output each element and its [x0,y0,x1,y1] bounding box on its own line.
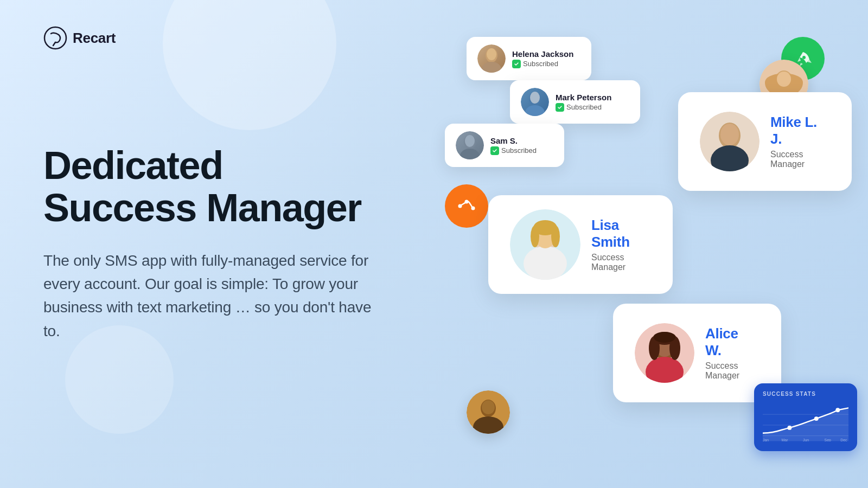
svg-point-45 [787,426,792,430]
mark-name: Mark Peterson [556,93,611,102]
avatar-helena [477,44,506,73]
svg-text:Jan: Jan [763,438,769,441]
svg-point-29 [551,226,560,247]
mike-name: Mike L. J. [770,114,828,147]
svg-point-4 [487,48,496,60]
stats-chart: Jan Mar Jun Sep Dec [763,403,848,441]
svg-point-10 [465,135,475,147]
bg-decor-1 [163,0,336,130]
svg-point-47 [835,408,840,412]
recart-logo-icon [43,26,67,50]
alice-title: Success Manager [705,361,757,381]
sub-text: The only SMS app with fully-managed serv… [43,249,380,343]
mark-info: Mark Peterson Subscribed [556,93,611,112]
subscriber-card-sam: Sam S. Subscribed [445,124,564,167]
svg-point-25 [524,246,567,280]
svg-point-22 [720,124,739,145]
right-content: Helena Jackson Subscribed Mark Peterson [423,0,868,488]
svg-point-9 [460,149,480,159]
floating-avatar-bottom [467,390,510,434]
manager-photo-mike [700,112,760,171]
mark-status: Subscribed [556,103,611,112]
left-content: Dedicated Success Manager The only SMS a… [43,145,380,343]
svg-text:Jun: Jun [803,438,809,441]
sam-info: Sam S. Subscribed [490,136,537,155]
manager-photo-alice [635,323,694,383]
mark-status-text: Subscribed [566,103,602,111]
chart-icon-circle [445,184,488,228]
heading-line1: Dedicated [43,144,223,187]
lisa-title: Success Manager [591,253,649,272]
status-icon [512,60,521,68]
stats-title: SUCCESS STATS [763,391,848,397]
heading-line2: Success Manager [43,186,361,229]
helena-info: Helena Jackson Subscribed [512,49,573,68]
lisa-name: Lisa Smith [591,217,649,251]
svg-point-28 [531,226,539,247]
svg-point-41 [482,400,495,414]
status-icon-mark [556,103,564,112]
logo-text: Recart [73,30,116,47]
manager-card-lisa: Lisa Smith Success Manager [488,195,673,294]
status-icon-sam [490,146,499,155]
svg-text:Mar: Mar [782,438,789,441]
avatar-sam [456,131,484,159]
main-heading: Dedicated Success Manager [43,145,380,229]
helena-status: Subscribed [512,60,573,68]
manager-photo-lisa [510,209,580,280]
logo-area: Recart [43,26,116,50]
svg-point-7 [530,92,540,104]
sam-name: Sam S. [490,136,537,145]
svg-point-18 [777,72,791,87]
subscriber-card-helena: Helena Jackson Subscribed [467,37,591,80]
helena-status-text: Subscribed [523,60,558,68]
svg-text:Sep: Sep [825,438,831,441]
mike-info: Mike L. J. Success Manager [770,103,841,180]
avatar-mark [521,88,549,116]
sam-status-text: Subscribed [501,146,537,155]
svg-point-37 [654,332,675,343]
success-stats-card: SUCCESS STATS Jan Mar Jun Sep Dec [754,383,857,451]
lisa-info: Lisa Smith Success Manager [591,206,662,283]
svg-point-0 [44,27,66,49]
svg-point-46 [814,416,819,421]
mike-title: Success Manager [770,150,828,169]
subscriber-card-mark: Mark Peterson Subscribed [510,80,640,124]
svg-point-3 [482,62,501,73]
svg-text:Dec: Dec [840,438,847,441]
alice-name: Alice W. [705,325,757,359]
svg-point-11 [802,56,806,59]
svg-point-6 [525,105,545,116]
helena-name: Helena Jackson [512,49,573,59]
manager-card-mike: Mike L. J. Success Manager [678,92,852,191]
alice-info: Alice W. Success Manager [705,314,770,391]
sam-status: Subscribed [490,146,537,155]
